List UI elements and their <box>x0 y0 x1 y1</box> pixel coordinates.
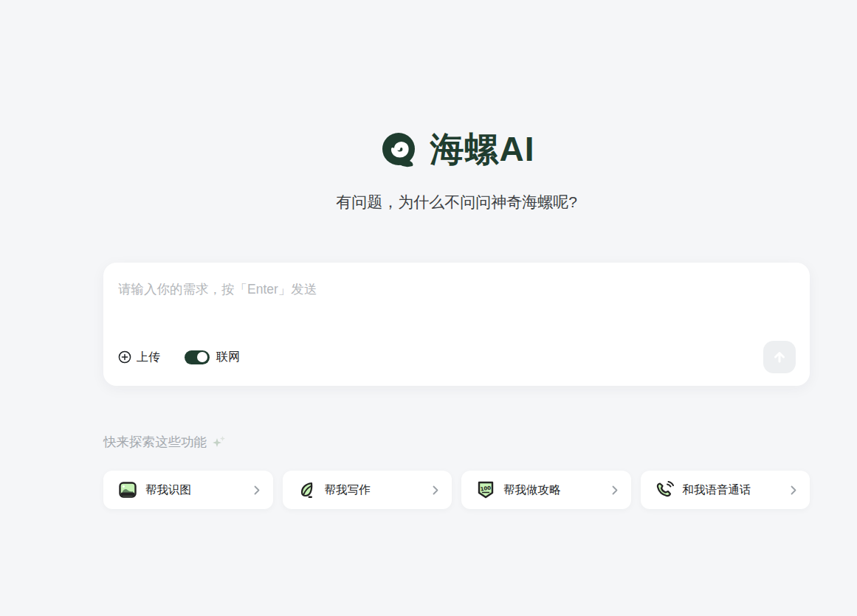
feature-card-voice-call[interactable]: 和我语音通话 <box>641 471 810 509</box>
chevron-right-icon <box>791 485 796 495</box>
send-button[interactable] <box>763 341 796 373</box>
upload-label: 上传 <box>137 350 160 365</box>
feature-card-image-recognition[interactable]: 帮我识图 <box>103 471 273 509</box>
explore-heading-text: 快来探索这些功能 <box>103 433 207 451</box>
composer-toolbar: 上传 联网 <box>118 341 796 373</box>
feature-card-label: 和我语音通话 <box>683 482 751 498</box>
brand-header: 海螺AI <box>103 0 810 173</box>
prompt-input[interactable] <box>118 280 795 338</box>
chevron-right-icon <box>612 485 618 495</box>
sparkle-icon <box>212 435 227 449</box>
voice-call-icon <box>656 481 674 499</box>
feature-card-writing[interactable]: 帮我写作 <box>283 471 452 509</box>
arrow-up-icon <box>771 349 788 365</box>
tagline: 有问题，为什么不问问神奇海螺呢? <box>103 192 810 212</box>
web-search-toggle[interactable] <box>185 350 210 364</box>
writing-quill-icon <box>298 481 316 499</box>
feature-card-label: 帮我写作 <box>325 482 371 498</box>
main-content: 海螺AI 有问题，为什么不问问神奇海螺呢? 上传 联网 <box>103 0 810 509</box>
guide-badge-icon: 100 <box>477 481 495 499</box>
snail-logo-icon <box>379 129 420 170</box>
feature-card-label: 帮我识图 <box>145 482 191 498</box>
prompt-composer: 上传 联网 <box>103 263 810 386</box>
toggle-knob <box>197 352 207 362</box>
plus-circle-icon <box>118 350 131 364</box>
web-search-group: 联网 <box>185 350 240 365</box>
explore-heading: 快来探索这些功能 <box>103 433 810 451</box>
chevron-right-icon <box>433 485 438 495</box>
feature-cards: 帮我识图 帮我写作 <box>103 471 810 509</box>
brand-name: 海螺AI <box>430 127 535 173</box>
chevron-right-icon <box>254 485 260 495</box>
web-search-label: 联网 <box>216 350 240 365</box>
feature-card-guide[interactable]: 100 帮我做攻略 <box>461 471 631 509</box>
feature-card-label: 帮我做攻略 <box>503 482 561 498</box>
image-recognition-icon <box>119 481 137 499</box>
upload-button[interactable]: 上传 <box>118 350 160 365</box>
